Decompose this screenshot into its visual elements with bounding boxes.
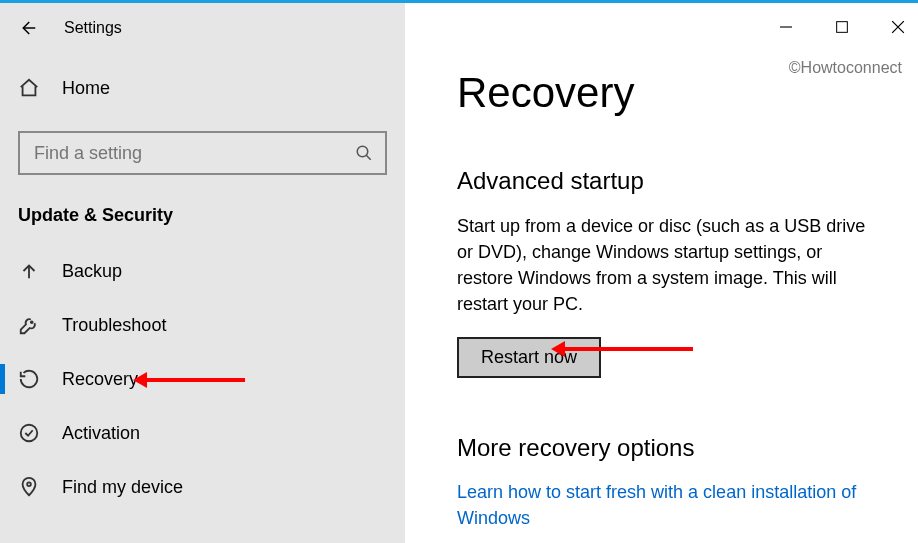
- svg-point-1: [31, 321, 33, 323]
- nav-item-label: Activation: [62, 423, 140, 444]
- maximize-button[interactable]: [828, 13, 856, 41]
- backup-icon: [18, 260, 40, 282]
- svg-rect-4: [837, 22, 848, 33]
- category-header: Update & Security: [18, 205, 387, 226]
- nav-item-label: Recovery: [62, 369, 138, 390]
- search-input[interactable]: [32, 142, 355, 165]
- search-field[interactable]: [18, 131, 387, 175]
- watermark: ©Howtoconnect: [789, 59, 902, 77]
- close-button[interactable]: [884, 13, 912, 41]
- search-icon: [355, 144, 373, 162]
- svg-point-2: [21, 425, 38, 442]
- nav-home[interactable]: Home: [12, 67, 393, 109]
- recovery-icon: [18, 368, 40, 390]
- svg-point-0: [357, 146, 368, 157]
- activation-icon: [18, 422, 40, 444]
- minimize-button[interactable]: [772, 13, 800, 41]
- nav-item-find-my-device[interactable]: Find my device: [12, 460, 393, 514]
- settings-sidebar: Settings Home Update & Security Backup: [0, 3, 405, 543]
- fresh-start-link[interactable]: Learn how to start fresh with a clean in…: [457, 480, 882, 530]
- annotation-arrow-restart: [563, 347, 693, 351]
- nav-item-troubleshoot[interactable]: Troubleshoot: [12, 298, 393, 352]
- nav-item-label: Find my device: [62, 477, 183, 498]
- window-title: Settings: [64, 19, 122, 37]
- find-device-icon: [18, 476, 40, 498]
- nav-item-label: Troubleshoot: [62, 315, 166, 336]
- svg-point-3: [27, 482, 31, 486]
- nav-item-activation[interactable]: Activation: [12, 406, 393, 460]
- section-advanced-startup-head: Advanced startup: [457, 167, 882, 195]
- window-controls: [772, 13, 912, 41]
- section-more-recovery-head: More recovery options: [457, 434, 882, 462]
- section-advanced-startup-body: Start up from a device or disc (such as …: [457, 213, 877, 317]
- home-icon: [18, 77, 40, 99]
- back-icon[interactable]: [18, 19, 36, 37]
- annotation-arrow-recovery: [145, 378, 245, 382]
- nav-home-label: Home: [62, 78, 110, 99]
- content-pane: ©Howtoconnect Recovery Advanced startup …: [405, 3, 918, 543]
- restart-now-button[interactable]: Restart now: [457, 337, 601, 378]
- troubleshoot-icon: [18, 314, 40, 336]
- nav-item-label: Backup: [62, 261, 122, 282]
- nav-item-backup[interactable]: Backup: [12, 244, 393, 298]
